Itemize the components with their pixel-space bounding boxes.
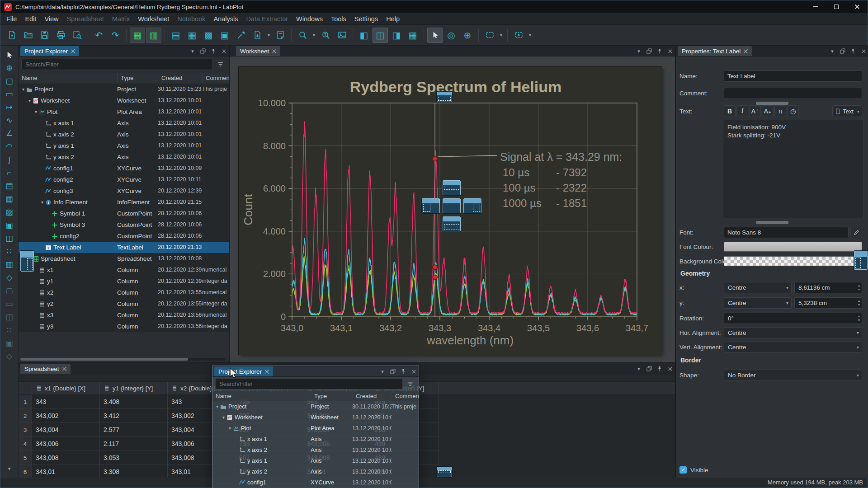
dock-drop-top-icon[interactable]	[437, 92, 452, 102]
menu-edit[interactable]: Edit	[21, 14, 40, 24]
integral-tool-button[interactable]: ∫	[3, 153, 16, 166]
explorer-column-header[interactable]: NameTypeCreatedComment	[19, 73, 229, 83]
image-tool-button[interactable]: ▨	[3, 206, 16, 219]
select-cursor-button[interactable]	[427, 28, 443, 43]
tree-row-x-axis-1[interactable]: x axis 1Axis13.12.2020 10:01	[19, 117, 229, 129]
split-right-button[interactable]: ◨	[389, 28, 404, 43]
horizontal-scrollbar[interactable]	[20, 358, 225, 361]
expander-icon[interactable]: ▾	[27, 95, 33, 106]
cell-r4-c2[interactable]: 2.117	[100, 437, 168, 451]
y-anchor-select[interactable]: Centre	[724, 297, 792, 309]
split-both-button[interactable]: ◫	[373, 28, 388, 43]
tree-row-worksheet[interactable]: ▾WorksheetWorksheet13.12.2020 10:01	[19, 95, 229, 106]
tree-row-x2[interactable]: x2Column20.12.2020 13:55numerical	[19, 287, 229, 298]
vert-alignment-select[interactable]: Centre	[724, 342, 862, 353]
zoom-region-button[interactable]: ◎	[443, 28, 459, 43]
split-tool-button[interactable]: ◫	[3, 232, 16, 245]
cell-r5-c1[interactable]: 343,008	[32, 451, 100, 465]
name-input[interactable]: Text Label	[724, 70, 862, 82]
columns-tool-button[interactable]: ▥	[3, 258, 16, 271]
tab-close-icon[interactable]	[744, 49, 748, 53]
titlebar[interactable]: C:/temp/bin/data/labplot2/examples/Gener…	[0, 0, 868, 13]
workbook-view-button[interactable]: ▦	[130, 28, 145, 43]
worksheet-view-button[interactable]: ▥	[146, 28, 161, 43]
row-number[interactable]: 5	[19, 451, 32, 465]
splitter-grip[interactable]	[756, 221, 788, 224]
redo-button[interactable]: ↷	[108, 28, 123, 43]
add-image-button[interactable]	[334, 28, 349, 43]
expander-icon[interactable]: ▾	[33, 106, 39, 117]
dock-drop-right-icon[interactable]	[854, 251, 868, 270]
tree-row-y-axis-2[interactable]: y axis 2Axis13.12.2020 10:01	[19, 151, 229, 163]
scrollbar-thumb[interactable]	[20, 358, 188, 361]
range-tool-button[interactable]: ▭	[3, 297, 16, 310]
new-spreadsheet-button[interactable]: ▦	[184, 28, 200, 43]
tab-close-icon[interactable]	[62, 367, 66, 371]
insert-datetime-button[interactable]: ◷	[787, 105, 799, 117]
crosshair-tool-button[interactable]: ⊕	[3, 61, 16, 75]
dock-float-icon[interactable]	[200, 48, 206, 54]
tree-row-x-axis-2[interactable]: x axis 2Axis13.12.2020 10:01	[19, 129, 229, 140]
curve-tool-button[interactable]: ∿	[3, 114, 16, 127]
dock-pin-icon[interactable]	[210, 48, 217, 54]
menu-help[interactable]: Help	[382, 14, 404, 24]
dock-drop-center-right-icon[interactable]	[463, 198, 481, 213]
text-mode-select[interactable]: Text	[832, 105, 862, 117]
magnetic-selection-dropdown-icon[interactable]: ▾	[527, 33, 533, 38]
import-data-dropdown-icon[interactable]: ▾	[266, 33, 272, 38]
menu-data-extractor[interactable]: Data Extractor	[242, 14, 292, 24]
new-worksheet-button[interactable]: ▣	[217, 28, 232, 43]
menu-matrix[interactable]: Matrix	[108, 14, 134, 24]
dock-pin-icon[interactable]	[850, 48, 856, 54]
dock-menu-icon[interactable]: ▾	[636, 366, 642, 372]
row-number[interactable]: 1	[19, 395, 32, 409]
magnetic-selection-button[interactable]	[511, 28, 526, 43]
tree-row-project[interactable]: ▾ProjectProject30.11.2020 15:23This proj…	[19, 84, 229, 95]
new-project-button[interactable]	[4, 28, 19, 43]
dock-drop-center-icon[interactable]	[443, 198, 461, 213]
bold-button[interactable]: B	[724, 105, 736, 117]
y-axis-label[interactable]: Count	[241, 194, 255, 225]
menu-windows[interactable]: Windows	[292, 14, 327, 24]
dock-drop-bottom-icon[interactable]	[437, 467, 452, 477]
tree-row-config2[interactable]: config2XYCurve13.12.2020 10:11	[19, 174, 229, 185]
dock-pin-icon[interactable]	[656, 366, 663, 372]
dock-drop-left-icon[interactable]	[20, 251, 34, 272]
cell-r2-c2[interactable]: 3.412	[100, 409, 168, 423]
tree-row-config1[interactable]: config1XYCurve13.12.2020 10:09	[19, 163, 229, 174]
dock-close-icon[interactable]	[860, 48, 867, 54]
print-preview-button[interactable]	[69, 28, 85, 43]
select-tool-button[interactable]	[3, 48, 16, 61]
font-input[interactable]: Noto Sans 8	[724, 227, 849, 238]
tree-row-y2[interactable]: y2Column20.12.2020 13:55integer da	[19, 298, 229, 310]
print-button[interactable]	[53, 28, 68, 43]
menu-worksheet[interactable]: Worksheet	[134, 14, 173, 24]
x-position-spinbox[interactable]: 8,61136 cm▴▾	[794, 282, 862, 293]
new-note-button[interactable]	[273, 28, 288, 43]
grid-tool-button[interactable]: ▦	[3, 192, 16, 206]
dots-tool-button[interactable]: ∷	[3, 324, 16, 337]
spin-arrows-icon[interactable]: ▴▾	[858, 314, 860, 322]
tab-spreadsheet[interactable]: Spreadsheet	[20, 364, 71, 374]
axis-tool-button[interactable]: ⌐	[3, 166, 16, 179]
corner-header-cell[interactable]	[19, 382, 32, 394]
split-grid-button[interactable]: ▦	[405, 28, 420, 43]
custom-point-marker[interactable]	[433, 275, 437, 279]
subscript-button[interactable]: A₊	[762, 105, 774, 117]
menu-analysis[interactable]: Analysis	[209, 14, 242, 24]
column-header-name[interactable]: Name	[19, 73, 117, 83]
tab-close-icon[interactable]	[272, 49, 276, 53]
tree-row-symbol-1[interactable]: Symbol 1CustomPoint28.12.2020 10:06	[19, 208, 229, 219]
tab-worksheet[interactable]: Worksheet	[236, 46, 280, 56]
cell-r3-c2[interactable]: 2.577	[100, 423, 168, 437]
filter-options-icon[interactable]	[215, 59, 226, 70]
tree-row-config3[interactable]: config3XYCurve20.12.2020 12:39	[19, 185, 229, 197]
open-file-button[interactable]	[20, 28, 36, 43]
row-number[interactable]: 2	[19, 409, 32, 423]
cell-r5-c2[interactable]: 3.053	[100, 451, 168, 465]
minimize-button[interactable]	[805, 0, 826, 13]
column-header-comment[interactable]: Comment	[202, 73, 229, 83]
undo-button[interactable]: ↶	[91, 28, 107, 43]
spin-arrows-icon[interactable]: ▴▾	[858, 283, 860, 291]
spin-arrows-icon[interactable]: ▴▾	[858, 299, 860, 307]
